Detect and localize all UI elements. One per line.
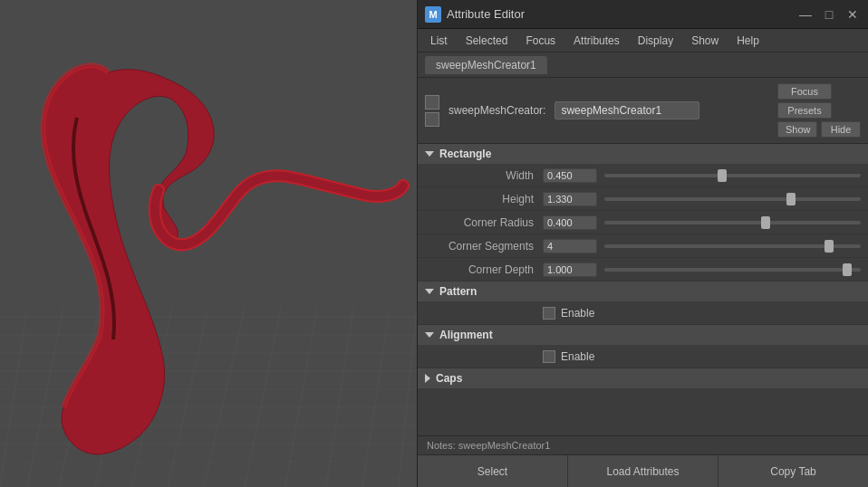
menu-help[interactable]: Help: [729, 33, 767, 49]
attr-row-corner-depth: Corner Depth: [418, 258, 868, 282]
section-pattern-title: Pattern: [439, 285, 477, 298]
pattern-enable-label: Enable: [561, 307, 594, 320]
attr-label-corner-radius: Corner Radius: [425, 216, 543, 229]
attribute-editor-panel: M Attribute Editor — □ ✕ List Selected F…: [417, 0, 868, 487]
close-button[interactable]: ✕: [844, 6, 861, 23]
menu-focus[interactable]: Focus: [518, 33, 563, 49]
slider-corner-radius[interactable]: [604, 221, 861, 224]
focus-button[interactable]: Focus: [777, 83, 832, 100]
section-alignment-header[interactable]: Alignment: [418, 325, 868, 345]
bottom-bar: Select Load Attributes Copy Tab: [418, 454, 868, 487]
attr-input-height[interactable]: [543, 192, 597, 206]
attr-input-corner-depth[interactable]: [543, 263, 597, 277]
section-pattern-header[interactable]: Pattern: [418, 282, 868, 301]
attr-input-corner-radius[interactable]: [543, 215, 597, 230]
tab-sweep-mesh-creator[interactable]: sweepMeshCreator1: [425, 56, 547, 74]
section-rectangle-title: Rectangle: [439, 148, 491, 160]
menu-attributes[interactable]: Attributes: [566, 33, 627, 49]
alignment-enable-label: Enable: [561, 350, 594, 363]
minimize-button[interactable]: —: [797, 6, 814, 23]
menu-display[interactable]: Display: [631, 33, 680, 49]
viewport-svg: [0, 0, 417, 487]
attr-row-corner-radius: Corner Radius: [418, 211, 868, 234]
attr-row-corner-segments: Corner Segments: [418, 234, 868, 258]
section-caps-header[interactable]: Caps: [418, 368, 868, 388]
copy-tab-button[interactable]: Copy Tab: [719, 455, 868, 487]
attr-label-height: Height: [425, 193, 543, 205]
pattern-enable-row: Enable: [418, 301, 868, 325]
alignment-expand-icon: [425, 332, 434, 338]
app-icon: M: [425, 6, 441, 23]
panel-title: Attribute Editor: [447, 7, 797, 21]
title-bar: M Attribute Editor — □ ✕: [418, 0, 868, 29]
slider-corner-depth[interactable]: [604, 268, 861, 272]
node-info-row: sweepMeshCreator: Focus Presets Show Hid…: [418, 78, 868, 144]
action-buttons: Focus Presets Show Hide: [777, 83, 861, 138]
attr-input-corner-segments[interactable]: [543, 239, 597, 253]
menu-show[interactable]: Show: [684, 33, 726, 49]
content-area[interactable]: Rectangle Width Height Corner Radius: [418, 144, 868, 435]
pattern-enable-checkbox[interactable]: [543, 307, 555, 320]
attr-row-width: Width: [418, 164, 868, 187]
slider-thumb-corner-segments[interactable]: [825, 240, 834, 253]
menu-selected[interactable]: Selected: [458, 33, 516, 49]
alignment-enable-row: Enable: [418, 345, 868, 368]
window-controls: — □ ✕: [797, 6, 861, 23]
node-icon-2[interactable]: [425, 112, 439, 127]
slider-thumb-width[interactable]: [718, 169, 727, 182]
maximize-button[interactable]: □: [821, 6, 837, 23]
attr-label-width: Width: [425, 169, 543, 182]
attr-row-height: Height: [418, 187, 868, 211]
slider-thumb-corner-depth[interactable]: [843, 263, 852, 276]
tab-bar: sweepMeshCreator1: [418, 53, 868, 78]
caps-expand-icon: [425, 374, 430, 383]
slider-thumb-corner-radius[interactable]: [761, 216, 770, 229]
node-value-input[interactable]: [555, 101, 699, 119]
node-label: sweepMeshCreator:: [448, 104, 545, 117]
pattern-expand-icon: [425, 289, 434, 294]
notes-text: Notes: sweepMeshCreator1: [427, 440, 550, 451]
hide-button[interactable]: Hide: [821, 121, 861, 138]
section-rectangle-header[interactable]: Rectangle: [418, 144, 868, 164]
select-button[interactable]: Select: [418, 455, 568, 487]
attr-input-width[interactable]: [543, 168, 597, 183]
attr-label-corner-depth: Corner Depth: [425, 263, 543, 276]
notes-bar: Notes: sweepMeshCreator1: [418, 435, 868, 454]
section-alignment-title: Alignment: [439, 329, 493, 341]
rectangle-expand-icon: [425, 151, 434, 157]
menu-list[interactable]: List: [423, 33, 455, 49]
attr-label-corner-segments: Corner Segments: [425, 240, 543, 253]
slider-thumb-height[interactable]: [786, 193, 796, 205]
presets-button[interactable]: Presets: [777, 102, 832, 119]
node-icon-1[interactable]: [425, 95, 439, 110]
slider-width[interactable]: [604, 174, 861, 177]
menu-bar: List Selected Focus Attributes Display S…: [418, 29, 868, 53]
section-caps-title: Caps: [436, 372, 462, 385]
alignment-enable-checkbox[interactable]: [543, 350, 555, 363]
slider-corner-segments[interactable]: [604, 244, 861, 248]
viewport: [0, 0, 417, 487]
load-attributes-button[interactable]: Load Attributes: [568, 455, 719, 487]
slider-height[interactable]: [604, 197, 861, 201]
show-button[interactable]: Show: [777, 121, 817, 138]
